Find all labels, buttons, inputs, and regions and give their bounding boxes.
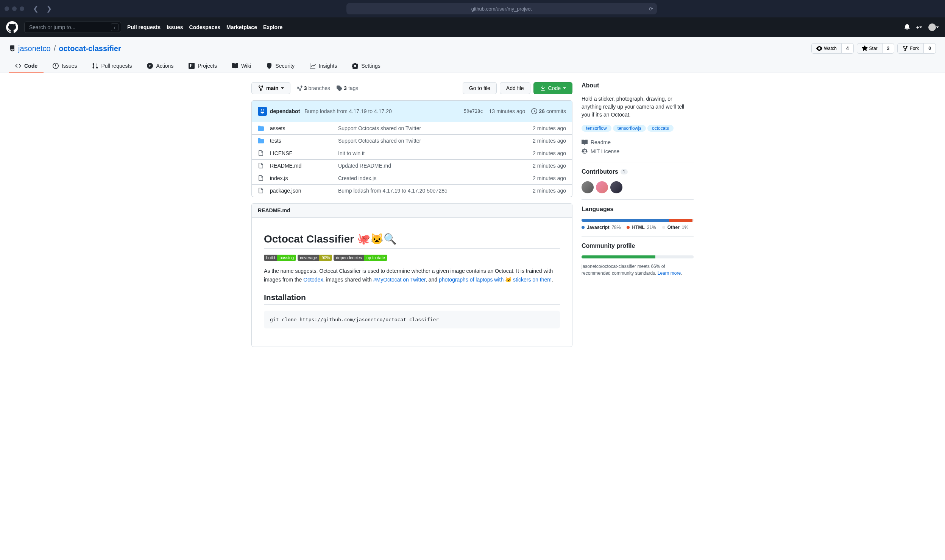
fork-count[interactable]: 0 (924, 43, 936, 54)
file-commit-link[interactable]: Created index.js (338, 175, 376, 181)
commit-sha[interactable]: 50e728c (464, 109, 483, 114)
watch-count[interactable]: 4 (842, 43, 854, 54)
nav-issues[interactable]: Issues (167, 24, 183, 30)
commit-message[interactable]: Bump lodash from 4.17.19 to 4.17.20 (304, 108, 391, 114)
file-time: 2 minutes ago (533, 175, 566, 181)
commits-link[interactable]: 26 commits (531, 108, 566, 114)
watch-button[interactable]: Watch (811, 43, 842, 54)
maximize-window[interactable] (20, 6, 24, 11)
file-commit-link[interactable]: Updated README.md (338, 163, 391, 169)
file-commit-link[interactable]: Support Octocats shared on Twitter (338, 125, 421, 131)
create-new-dropdown[interactable]: + (916, 24, 922, 30)
branch-icon (258, 85, 264, 91)
tab-security[interactable]: Security (260, 60, 301, 73)
link-photographs[interactable]: photographs of laptops with 🐱 stickers o… (439, 277, 552, 283)
code-button[interactable]: Code (533, 82, 572, 94)
file-row: index.js Created index.js 2 minutes ago (252, 172, 572, 184)
learn-more-link[interactable]: Learn more (658, 271, 681, 276)
license-link[interactable]: MIT License (591, 148, 619, 154)
topic-tag[interactable]: tensorflowjs (613, 125, 646, 132)
book-icon (232, 63, 238, 69)
notifications-icon[interactable] (904, 24, 910, 30)
file-row: README.md Updated README.md 2 minutes ag… (252, 159, 572, 172)
file-icon (258, 150, 264, 156)
link-octodex[interactable]: Octodex (303, 277, 323, 283)
contributor-avatar[interactable] (596, 181, 608, 193)
tab-wiki[interactable]: Wiki (226, 60, 257, 73)
issue-icon (53, 63, 59, 69)
file-name-link[interactable]: index.js (270, 175, 288, 181)
lang-item[interactable]: HTML 21% (627, 225, 656, 230)
file-commit-link[interactable]: Init to win it (338, 150, 365, 156)
repo-name-link[interactable]: octocat-classifier (59, 44, 121, 53)
lang-segment (582, 219, 669, 222)
readme-link[interactable]: Readme (591, 139, 611, 145)
tags-link[interactable]: 3 tags (336, 85, 358, 91)
project-icon (189, 63, 195, 69)
minimize-window[interactable] (12, 6, 17, 11)
file-name-link[interactable]: README.md (270, 163, 301, 169)
contributors-count: 1 (621, 169, 628, 174)
file-icon (258, 163, 264, 169)
lang-item[interactable]: Javascript 78% (582, 225, 621, 230)
commit-time: 13 minutes ago (489, 108, 526, 114)
topic-tag[interactable]: tensorflow (582, 125, 611, 132)
contributor-avatar[interactable] (610, 181, 622, 193)
nav-explore[interactable]: Explore (263, 24, 282, 30)
book-icon (582, 139, 588, 145)
commit-author[interactable]: dependabot (270, 108, 300, 114)
file-name-link[interactable]: tests (270, 138, 281, 144)
tab-issues[interactable]: Issues (47, 60, 83, 73)
file-row: assets Support Octocats shared on Twitte… (252, 122, 572, 134)
lang-item[interactable]: Other 1% (662, 225, 688, 230)
back-button[interactable]: ❮ (33, 5, 39, 13)
window-controls (5, 6, 24, 11)
nav-pull-requests[interactable]: Pull requests (127, 24, 161, 30)
file-name-link[interactable]: assets (270, 125, 285, 131)
lang-dot (582, 226, 585, 229)
add-file-button[interactable]: Add file (500, 82, 530, 94)
user-menu[interactable] (928, 23, 939, 31)
star-button[interactable]: Star (857, 43, 883, 54)
file-icon (258, 188, 264, 194)
fork-button[interactable]: Fork (897, 43, 924, 54)
badge: dependenciesup to date (334, 255, 387, 261)
nav-codespaces[interactable]: Codespaces (189, 24, 220, 30)
github-logo[interactable] (6, 21, 18, 33)
avatar (928, 23, 936, 31)
branch-selector[interactable]: main (251, 82, 290, 94)
tab-code[interactable]: Code (9, 60, 44, 73)
repo-actions: Watch 4 Star 2 Fork 0 (811, 43, 936, 54)
file-commit-link[interactable]: Bump lodash from 4.17.19 to 4.17.20 50e7… (338, 188, 447, 194)
branches-link[interactable]: 3 branches (296, 85, 330, 91)
bot-avatar[interactable] (258, 107, 267, 116)
forward-button[interactable]: ❯ (46, 5, 52, 13)
link-myoctocat[interactable]: #MyOctocat on Twitter (373, 277, 426, 283)
tab-projects[interactable]: Projects (182, 60, 223, 73)
folder-icon (258, 138, 264, 144)
tab-pull-requests[interactable]: Pull requests (86, 60, 138, 73)
graph-icon (310, 63, 316, 69)
path-separator: / (54, 44, 56, 53)
go-to-file-button[interactable]: Go to file (463, 82, 497, 94)
contributor-avatar[interactable] (582, 181, 594, 193)
repo-owner-link[interactable]: jasonetco (18, 44, 51, 53)
lang-segment (692, 219, 694, 222)
code-block: git clone https://github.com/jasonetco/o… (264, 311, 560, 328)
eye-icon (816, 45, 822, 51)
file-name-link[interactable]: LICENSE (270, 150, 293, 156)
url-bar[interactable]: github.com/user/my_project ⟳ (346, 3, 657, 14)
tab-actions[interactable]: Actions (141, 60, 179, 73)
topic-tag[interactable]: octocats (647, 125, 674, 132)
reload-icon[interactable]: ⟳ (649, 6, 653, 12)
search-input[interactable]: Search or jump to... / (24, 22, 121, 33)
star-count[interactable]: 2 (883, 43, 895, 54)
file-commit-link[interactable]: Support Octocats shared on Twitter (338, 138, 421, 144)
close-window[interactable] (5, 6, 9, 11)
tab-settings[interactable]: Settings (346, 60, 387, 73)
file-name-link[interactable]: package.json (270, 188, 301, 194)
history-icon (531, 108, 537, 114)
tab-insights[interactable]: Insights (304, 60, 343, 73)
nav-marketplace[interactable]: Marketplace (226, 24, 257, 30)
readme-header: README.md (252, 204, 572, 218)
